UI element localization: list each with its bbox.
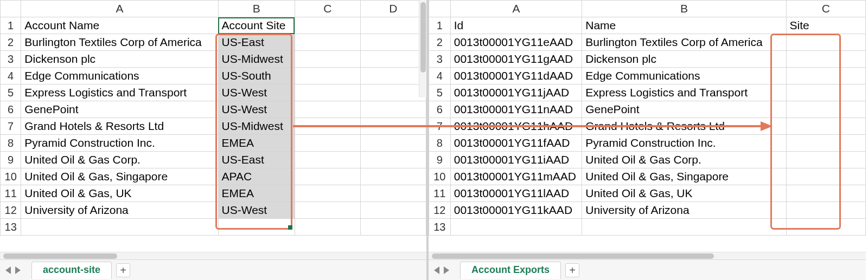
row-header[interactable]: 8 [1, 135, 21, 152]
cell[interactable]: 0013t00001YG11hAAD [450, 118, 582, 135]
cell[interactable] [218, 219, 295, 236]
cell[interactable] [360, 202, 426, 219]
cell[interactable] [786, 118, 865, 135]
cell[interactable] [360, 101, 426, 118]
cell[interactable]: Site [786, 17, 865, 34]
cell[interactable] [786, 185, 865, 202]
cell[interactable]: US-Midwest [218, 118, 295, 135]
cell[interactable] [450, 219, 582, 236]
cell[interactable]: United Oil & Gas, Singapore [21, 168, 218, 185]
cell[interactable] [295, 118, 360, 135]
cell[interactable] [786, 135, 865, 152]
cell[interactable] [786, 34, 865, 51]
cell[interactable] [360, 68, 426, 84]
prev-sheet-icon[interactable] [434, 266, 439, 274]
row-header[interactable]: 11 [429, 185, 451, 202]
cell[interactable]: University of Arizona [21, 202, 218, 219]
cell[interactable] [295, 152, 360, 168]
row-header[interactable]: 11 [1, 185, 21, 202]
next-sheet-icon[interactable] [15, 266, 21, 274]
cell[interactable]: Pyramid Construction Inc. [21, 135, 218, 152]
cell[interactable] [786, 84, 865, 101]
cell[interactable]: US-West [218, 101, 295, 118]
cell[interactable]: Dickenson plc [582, 51, 786, 68]
cell[interactable] [786, 202, 865, 219]
cell[interactable]: EMEA [218, 185, 295, 202]
cell[interactable] [295, 185, 360, 202]
cell[interactable]: APAC [218, 168, 295, 185]
row-header[interactable]: 1 [429, 17, 451, 34]
row-header[interactable]: 6 [429, 101, 451, 118]
row-header[interactable]: 5 [1, 84, 21, 101]
right-grid[interactable]: A B C 1 Id Name Site 20013t00001YG11eAAD… [429, 0, 866, 236]
cell[interactable] [360, 118, 426, 135]
row-header[interactable]: 7 [429, 118, 451, 135]
cell[interactable] [786, 168, 865, 185]
row-header[interactable]: 10 [1, 168, 21, 185]
cell[interactable]: United Oil & Gas, UK [582, 185, 786, 202]
cell[interactable] [786, 51, 865, 68]
cell[interactable]: Account Name [21, 17, 218, 34]
cell-active[interactable]: Account Site [218, 17, 295, 34]
cell[interactable]: United Oil & Gas, Singapore [582, 168, 786, 185]
row-header[interactable]: 5 [429, 84, 451, 101]
cell[interactable] [295, 34, 360, 51]
row-header[interactable]: 1 [1, 17, 21, 34]
horizontal-scrollbar[interactable] [0, 252, 426, 259]
row-header[interactable]: 6 [1, 101, 21, 118]
cell[interactable]: Edge Communications [21, 68, 218, 84]
cell[interactable]: 0013t00001YG11fAAD [450, 135, 582, 152]
cell[interactable]: Dickenson plc [21, 51, 218, 68]
cell[interactable]: US-West [218, 84, 295, 101]
cell[interactable] [360, 135, 426, 152]
add-sheet-button[interactable]: + [116, 263, 130, 277]
cell[interactable] [360, 34, 426, 51]
select-all-corner[interactable] [1, 1, 21, 17]
cell[interactable] [360, 51, 426, 68]
cell[interactable]: 0013t00001YG11lAAD [450, 185, 582, 202]
row-header[interactable]: 3 [1, 51, 21, 68]
cell[interactable] [786, 152, 865, 168]
fill-handle[interactable] [288, 225, 292, 230]
col-header-C[interactable]: C [295, 1, 360, 17]
cell[interactable]: US-Midwest [218, 51, 295, 68]
cell[interactable]: 0013t00001YG11mAAD [450, 168, 582, 185]
cell[interactable]: Name [582, 17, 786, 34]
row-header[interactable]: 2 [429, 34, 451, 51]
cell[interactable] [21, 219, 218, 236]
cell[interactable]: Burlington Textiles Corp of America [582, 34, 786, 51]
cell[interactable] [295, 51, 360, 68]
cell[interactable]: EMEA [218, 135, 295, 152]
row-header[interactable]: 13 [429, 219, 451, 236]
cell[interactable] [786, 68, 865, 84]
cell[interactable] [295, 202, 360, 219]
cell[interactable]: 0013t00001YG11gAAD [450, 51, 582, 68]
add-sheet-button[interactable]: + [565, 263, 579, 277]
cell[interactable] [360, 219, 426, 236]
cell[interactable] [582, 219, 786, 236]
cell[interactable]: Express Logistics and Transport [21, 84, 218, 101]
col-header-B[interactable]: B [582, 1, 786, 17]
cell[interactable] [360, 185, 426, 202]
cell[interactable]: 0013t00001YG11eAAD [450, 34, 582, 51]
col-header-A[interactable]: A [450, 1, 582, 17]
col-header-B[interactable]: B [218, 1, 295, 17]
sheet-tab-active[interactable]: account-site [31, 262, 112, 279]
cell[interactable] [295, 68, 360, 84]
cell[interactable] [786, 101, 865, 118]
row-header[interactable]: 12 [1, 202, 21, 219]
vertical-scrollbar[interactable] [419, 0, 426, 97]
cell[interactable]: US-South [218, 68, 295, 84]
cell[interactable]: United Oil & Gas Corp. [582, 152, 786, 168]
sheet-tab-active[interactable]: Account Exports [460, 262, 561, 279]
row-header[interactable]: 2 [1, 34, 21, 51]
col-header-C[interactable]: C [786, 1, 865, 17]
cell[interactable]: 0013t00001YG11nAAD [450, 101, 582, 118]
cell[interactable]: GenePoint [21, 101, 218, 118]
cell[interactable]: Grand Hotels & Resorts Ltd [21, 118, 218, 135]
col-header-D[interactable]: D [360, 1, 426, 17]
row-header[interactable]: 9 [429, 152, 451, 168]
row-header[interactable]: 9 [1, 152, 21, 168]
select-all-corner[interactable] [429, 1, 451, 17]
cell[interactable]: US-East [218, 34, 295, 51]
